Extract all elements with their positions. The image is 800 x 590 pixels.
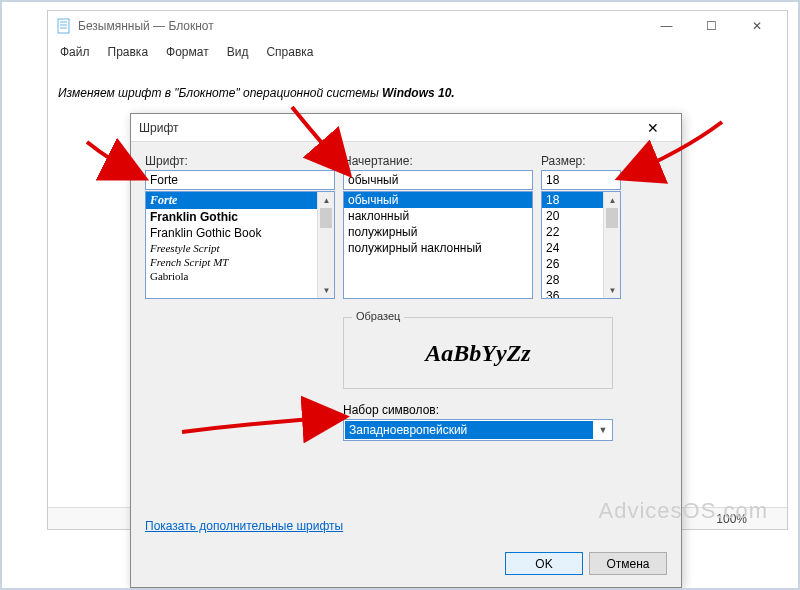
scrollbar[interactable]: ▲ ▼ [603,192,620,298]
size-listbox[interactable]: 18 20 22 24 26 28 36 ▲ ▼ [541,191,621,299]
sample-text: AaBbYyZz [425,340,530,367]
size-label: Размер: [541,154,621,168]
dialog-titlebar: Шрифт ✕ [131,114,681,142]
style-picker: Начертание: обычный наклонный полужирный… [343,154,533,299]
chevron-down-icon: ▼ [594,425,612,435]
list-item[interactable]: Franklin Gothic [146,209,334,225]
maximize-button[interactable]: ☐ [689,12,734,40]
window-controls: — ☐ ✕ [644,12,779,40]
more-fonts-link[interactable]: Показать дополнительные шрифты [145,519,343,533]
style-listbox[interactable]: обычный наклонный полужирный полужирный … [343,191,533,299]
content-text: Изменяем шрифт в "Блокноте" операционной… [58,86,382,100]
list-item[interactable]: полужирный наклонный [344,240,532,256]
style-input[interactable] [343,170,533,190]
content-bold: Windows 10. [382,86,455,100]
charset-label: Набор символов: [343,403,613,417]
list-item[interactable]: Gabriola [146,269,334,283]
scroll-thumb[interactable] [320,208,332,228]
list-item[interactable]: Forte [146,192,334,209]
scroll-thumb[interactable] [606,208,618,228]
menu-edit[interactable]: Правка [100,43,157,61]
titlebar: Безымянный — Блокнот — ☐ ✕ [48,11,787,41]
menu-file[interactable]: Файл [52,43,98,61]
font-label: Шрифт: [145,154,335,168]
scrollbar[interactable]: ▲ ▼ [317,192,334,298]
scroll-up-icon[interactable]: ▲ [318,192,335,208]
sample-group: Образец AaBbYyZz [343,317,613,389]
style-label: Начертание: [343,154,533,168]
menu-format[interactable]: Формат [158,43,217,61]
dialog-title: Шрифт [139,121,633,135]
menu-help[interactable]: Справка [258,43,321,61]
charset-dropdown[interactable]: Западноевропейский ▼ [343,419,613,441]
charset-group: Набор символов: Западноевропейский ▼ [343,403,613,441]
list-item[interactable]: Freestyle Script [146,241,334,255]
window-title: Безымянный — Блокнот [78,19,644,33]
font-input[interactable] [145,170,335,190]
editor-content[interactable]: Изменяем шрифт в "Блокноте" операционной… [48,63,787,120]
sample-label: Образец [352,310,404,322]
menu-view[interactable]: Вид [219,43,257,61]
close-button[interactable]: ✕ [734,12,779,40]
font-listbox[interactable]: Forte Franklin Gothic Franklin Gothic Bo… [145,191,335,299]
list-item[interactable]: обычный [344,192,532,208]
svg-rect-0 [58,19,69,33]
scroll-up-icon[interactable]: ▲ [604,192,621,208]
notepad-icon [56,18,72,34]
scroll-down-icon[interactable]: ▼ [604,282,621,298]
font-picker: Шрифт: Forte Franklin Gothic Franklin Go… [145,154,335,299]
ok-button[interactable]: OK [505,552,583,575]
size-input[interactable] [541,170,621,190]
minimize-button[interactable]: — [644,12,689,40]
menubar: Файл Правка Формат Вид Справка [48,41,787,63]
list-item[interactable]: French Script MT [146,255,334,269]
cancel-button[interactable]: Отмена [589,552,667,575]
watermark: AdvicesOS.com [599,498,769,524]
list-item[interactable]: Franklin Gothic Book [146,225,334,241]
list-item[interactable]: наклонный [344,208,532,224]
dialog-close-button[interactable]: ✕ [633,115,673,141]
list-item[interactable]: полужирный [344,224,532,240]
size-picker: Размер: 18 20 22 24 26 28 36 ▲ ▼ [541,154,621,299]
charset-value: Западноевропейский [345,421,593,439]
scroll-down-icon[interactable]: ▼ [318,282,335,298]
